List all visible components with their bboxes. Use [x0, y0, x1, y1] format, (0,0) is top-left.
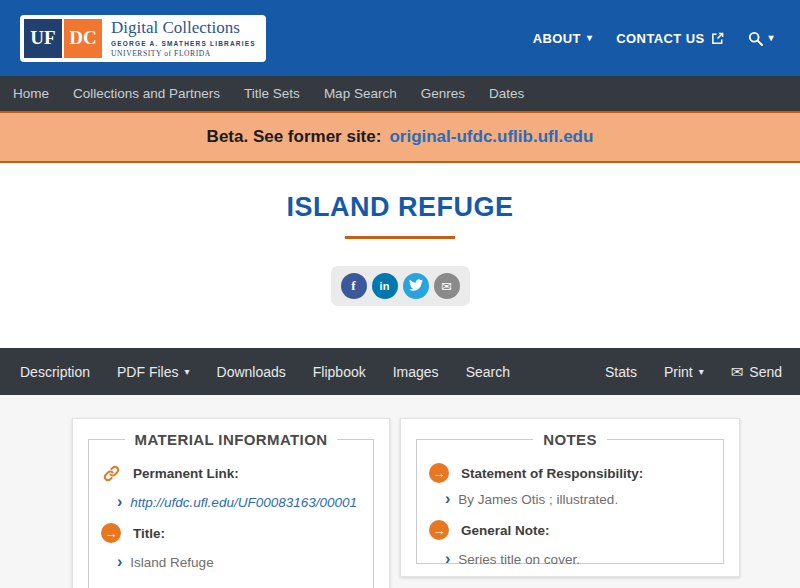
material-information-heading: MATERIAL INFORMATION [125, 431, 338, 448]
tab-images[interactable]: Images [393, 364, 439, 380]
arrow-circle-icon: → [429, 463, 449, 483]
nav-item-title-sets[interactable]: Title Sets [244, 86, 300, 101]
external-link-icon [711, 32, 724, 45]
caret-down-icon: ▾ [184, 367, 189, 377]
general-note-group: → General Note: › Series title on cover. [429, 520, 711, 567]
value-row: › http://ufdc.ufl.edu/UF00083163/00001 [117, 494, 361, 510]
tab-search[interactable]: Search [466, 364, 510, 380]
search-menu[interactable]: ▾ [748, 31, 774, 46]
contact-us-link[interactable]: CONTACT US [616, 31, 723, 46]
logo-title: Digital Collections [111, 19, 256, 37]
twitter-share-button[interactable] [403, 273, 429, 299]
uf-logo-tile: UF [24, 19, 62, 58]
title-group: → Title: › Island Refuge [101, 523, 361, 570]
permanent-link-group: Permanent Link: › http://ufdc.ufl.edu/UF… [101, 463, 361, 510]
caret-down-icon: ▾ [769, 33, 774, 43]
permanent-link-url[interactable]: http://ufdc.ufl.edu/UF00083163/00001 [130, 495, 357, 510]
former-site-link[interactable]: original-ufdc.uflib.ufl.edu [389, 127, 593, 147]
about-menu[interactable]: ABOUT ▾ [533, 31, 593, 46]
linkedin-share-button[interactable]: in [372, 273, 398, 299]
beta-banner: Beta. See former site: original-ufdc.ufl… [0, 111, 800, 163]
material-information-panel: MATERIAL INFORMATION Permanent Link: › h… [72, 418, 390, 588]
dc-logo-tile: DC [64, 19, 102, 58]
tab-description[interactable]: Description [20, 364, 90, 380]
stats-button[interactable]: Stats [605, 364, 637, 380]
arrow-circle-icon: → [101, 523, 121, 543]
title-value: Island Refuge [130, 555, 213, 570]
material-information-fieldset: MATERIAL INFORMATION Permanent Link: › h… [88, 431, 374, 588]
statement-of-responsibility-value: By James Otis ; illustrated. [458, 492, 618, 507]
logo-org: UNIVERSITY of FLORIDA [111, 49, 256, 58]
chevron-right-icon: › [117, 494, 122, 510]
permanent-link-label: Permanent Link: [133, 466, 239, 481]
nav-item-dates[interactable]: Dates [489, 86, 524, 101]
nav-item-collections-and-partners[interactable]: Collections and Partners [73, 86, 220, 101]
send-button[interactable]: ✉ Send [731, 364, 782, 380]
page-title: ISLAND REFUGE [0, 192, 800, 223]
email-share-button[interactable]: ✉ [434, 273, 460, 299]
link-icon [101, 463, 121, 483]
nav-item-genres[interactable]: Genres [421, 86, 465, 101]
tab-pdf-files[interactable]: PDF Files ▾ [117, 364, 189, 380]
print-button[interactable]: Print ▾ [664, 364, 704, 380]
beta-banner-text: Beta. See former site: [207, 127, 382, 147]
facebook-share-button[interactable]: f [341, 273, 367, 299]
linkedin-icon: in [380, 280, 390, 292]
title-section: ISLAND REFUGE f in ✉ [0, 192, 800, 306]
arrow-circle-icon: → [429, 520, 449, 540]
general-note-label: General Note: [461, 523, 550, 538]
value-row: › Series title on cover. [445, 551, 711, 567]
value-row: › Island Refuge [117, 554, 361, 570]
send-label: Send [749, 364, 782, 380]
tab-downloads[interactable]: Downloads [217, 364, 286, 380]
twitter-icon [409, 278, 423, 295]
chevron-right-icon: › [117, 554, 122, 570]
envelope-icon: ✉ [731, 364, 744, 379]
ufdc-logo[interactable]: UF DC Digital Collections GEORGE A. SMAT… [20, 15, 266, 62]
value-row: › By James Otis ; illustrated. [445, 491, 711, 507]
logo-subtitle: GEORGE A. SMATHERS LIBRARIES [111, 40, 256, 47]
site-header: UF DC Digital Collections GEORGE A. SMAT… [0, 0, 800, 76]
title-label: Title: [133, 526, 165, 541]
main-nav: Home Collections and Partners Title Sets… [0, 76, 800, 111]
toolbar-right-group: Stats Print ▾ ✉ Send [605, 364, 782, 380]
label-row: → General Note: [429, 520, 711, 540]
caret-down-icon: ▾ [587, 33, 592, 43]
toolbar-left-group: Description PDF Files ▾ Downloads Flipbo… [20, 364, 510, 380]
facebook-icon: f [351, 278, 355, 294]
statement-of-responsibility-group: → Statement of Responsibility: › By Jame… [429, 463, 711, 507]
print-label: Print [664, 364, 693, 380]
envelope-icon: ✉ [441, 279, 452, 294]
notes-heading: NOTES [533, 431, 607, 448]
chevron-right-icon: › [445, 491, 450, 507]
header-menu: ABOUT ▾ CONTACT US ▾ [533, 31, 774, 46]
caret-down-icon: ▾ [699, 367, 704, 377]
social-share-bar: f in ✉ [331, 266, 470, 306]
contact-us-label: CONTACT US [616, 31, 704, 46]
tab-flipbook[interactable]: Flipbook [313, 364, 366, 380]
about-label: ABOUT [533, 31, 581, 46]
notes-panel: NOTES → Statement of Responsibility: › B… [400, 418, 740, 577]
label-row: → Statement of Responsibility: [429, 463, 711, 483]
general-note-value: Series title on cover. [458, 552, 580, 567]
nav-item-map-search[interactable]: Map Search [324, 86, 397, 101]
search-icon [748, 31, 763, 46]
label-row: → Title: [101, 523, 361, 543]
nav-item-home[interactable]: Home [13, 86, 49, 101]
statement-of-responsibility-label: Statement of Responsibility: [461, 466, 643, 481]
item-metadata-section: MATERIAL INFORMATION Permanent Link: › h… [0, 395, 800, 588]
label-row: Permanent Link: [101, 463, 361, 483]
notes-fieldset: NOTES → Statement of Responsibility: › B… [416, 431, 724, 564]
chevron-right-icon: › [445, 551, 450, 567]
item-toolbar: Description PDF Files ▾ Downloads Flipbo… [0, 348, 800, 395]
logo-text: Digital Collections GEORGE A. SMATHERS L… [111, 20, 256, 58]
pdf-files-label: PDF Files [117, 364, 178, 380]
